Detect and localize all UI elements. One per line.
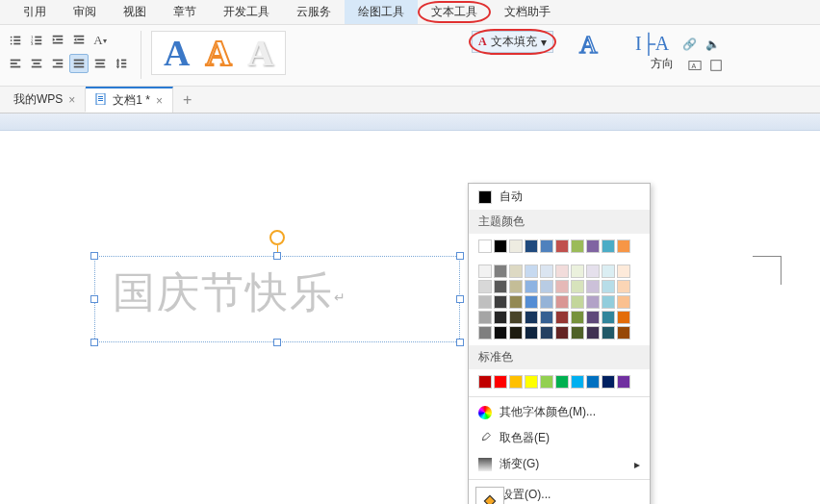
text-direction-icon[interactable]: I├A xyxy=(635,33,669,55)
resize-handle[interactable] xyxy=(90,295,98,303)
color-swatch[interactable] xyxy=(478,375,492,389)
textbox-icon[interactable]: A xyxy=(685,56,705,75)
color-swatch[interactable] xyxy=(494,239,507,253)
color-swatch[interactable] xyxy=(555,295,569,309)
color-swatch[interactable] xyxy=(602,239,615,253)
link-icon[interactable]: 🔗 xyxy=(679,35,699,54)
wordart-textbox[interactable]: 国庆节快乐↵ xyxy=(94,256,460,342)
menu-章节[interactable]: 章节 xyxy=(160,0,210,24)
color-swatch[interactable] xyxy=(525,311,538,324)
color-swatch[interactable] xyxy=(509,311,523,324)
color-swatch[interactable] xyxy=(509,265,523,278)
font-size-icon[interactable]: A▾ xyxy=(90,31,110,50)
color-swatch[interactable] xyxy=(494,280,507,293)
resize-handle[interactable] xyxy=(273,252,281,260)
menu-开发工具[interactable]: 开发工具 xyxy=(210,0,283,24)
new-tab-button[interactable]: + xyxy=(173,91,201,109)
color-swatch[interactable] xyxy=(525,239,538,253)
doc-tab[interactable]: 文档1 *× xyxy=(86,87,173,113)
menu-视图[interactable]: 视图 xyxy=(110,0,160,24)
close-icon[interactable]: × xyxy=(156,94,163,108)
color-swatch[interactable] xyxy=(602,326,615,340)
color-swatch[interactable] xyxy=(602,375,615,389)
color-swatch[interactable] xyxy=(478,239,492,253)
color-swatch[interactable] xyxy=(509,280,523,293)
color-swatch[interactable] xyxy=(478,326,492,340)
color-swatch[interactable] xyxy=(571,326,584,340)
more-colors[interactable]: 其他字体颜色(M)... xyxy=(469,399,650,425)
object-icon[interactable] xyxy=(706,56,726,75)
color-swatch[interactable] xyxy=(586,326,600,340)
float-fill-button[interactable] xyxy=(475,487,504,504)
color-swatch[interactable] xyxy=(571,311,584,324)
color-swatch[interactable] xyxy=(540,295,553,309)
menu-引用[interactable]: 引用 xyxy=(10,0,60,24)
color-swatch[interactable] xyxy=(555,239,569,253)
color-swatch[interactable] xyxy=(602,295,615,309)
rotate-handle[interactable] xyxy=(269,230,285,245)
color-swatch[interactable] xyxy=(478,295,492,309)
color-swatch[interactable] xyxy=(571,265,584,278)
color-swatch[interactable] xyxy=(586,295,600,309)
color-swatch[interactable] xyxy=(540,280,553,293)
align-right-icon[interactable] xyxy=(48,54,67,73)
color-swatch[interactable] xyxy=(602,311,615,324)
color-swatch[interactable] xyxy=(525,326,538,340)
wordart-style-3[interactable]: A xyxy=(240,34,281,72)
wordart-style-1[interactable]: A xyxy=(156,34,197,72)
color-swatch[interactable] xyxy=(478,280,492,293)
color-swatch[interactable] xyxy=(571,239,584,253)
close-icon[interactable]: × xyxy=(68,93,75,107)
color-swatch[interactable] xyxy=(540,311,553,324)
color-swatch[interactable] xyxy=(494,265,507,278)
color-swatch[interactable] xyxy=(555,326,569,340)
menu-云服务[interactable]: 云服务 xyxy=(283,0,345,24)
color-swatch[interactable] xyxy=(494,295,507,309)
color-swatch[interactable] xyxy=(555,280,569,293)
color-swatch[interactable] xyxy=(586,280,600,293)
menu-文档助手[interactable]: 文档助手 xyxy=(491,0,564,24)
align-center-icon[interactable] xyxy=(27,54,46,73)
line-spacing-icon[interactable] xyxy=(112,54,131,73)
color-swatch[interactable] xyxy=(509,239,523,253)
color-swatch[interactable] xyxy=(586,311,600,324)
color-swatch[interactable] xyxy=(571,280,584,293)
sound-icon[interactable]: 🔈 xyxy=(703,35,722,54)
color-swatch[interactable] xyxy=(540,265,553,278)
menu-绘图工具[interactable]: 绘图工具 xyxy=(345,0,418,24)
align-justify-icon[interactable] xyxy=(69,54,89,73)
indent-dec-icon[interactable] xyxy=(48,31,67,50)
menu-文本工具[interactable]: 文本工具 xyxy=(418,0,491,24)
color-swatch[interactable] xyxy=(602,265,615,278)
color-swatch[interactable] xyxy=(478,311,492,324)
color-swatch[interactable] xyxy=(525,280,538,293)
color-swatch[interactable] xyxy=(509,326,523,340)
eyedropper[interactable]: 取色器(E) xyxy=(469,425,650,451)
color-swatch[interactable] xyxy=(555,265,569,278)
doc-tab[interactable]: 我的WPS× xyxy=(4,88,86,112)
color-swatch[interactable] xyxy=(617,295,630,309)
bullets-icon[interactable] xyxy=(6,31,25,50)
color-swatch[interactable] xyxy=(494,375,507,389)
indent-inc-icon[interactable] xyxy=(69,31,89,50)
color-swatch[interactable] xyxy=(571,295,584,309)
color-swatch[interactable] xyxy=(617,265,630,278)
color-swatch[interactable] xyxy=(494,326,507,340)
color-swatch[interactable] xyxy=(494,311,507,324)
text-fill-button[interactable]: A 文本填充 ▾ xyxy=(472,31,553,53)
distribute-icon[interactable] xyxy=(90,54,110,73)
color-swatch[interactable] xyxy=(617,375,630,389)
color-swatch[interactable] xyxy=(602,280,615,293)
resize-handle[interactable] xyxy=(90,252,98,260)
color-swatch[interactable] xyxy=(525,295,538,309)
text-outline-letter[interactable]: A xyxy=(574,31,603,60)
resize-handle[interactable] xyxy=(456,339,464,346)
color-swatch[interactable] xyxy=(571,375,584,389)
resize-handle[interactable] xyxy=(456,295,464,303)
color-swatch[interactable] xyxy=(540,239,553,253)
align-left-icon[interactable] xyxy=(6,54,25,73)
color-swatch[interactable] xyxy=(525,265,538,278)
gradient[interactable]: 渐变(G) ▸ xyxy=(469,451,650,477)
menu-审阅[interactable]: 审阅 xyxy=(60,0,110,24)
color-swatch[interactable] xyxy=(540,375,553,389)
